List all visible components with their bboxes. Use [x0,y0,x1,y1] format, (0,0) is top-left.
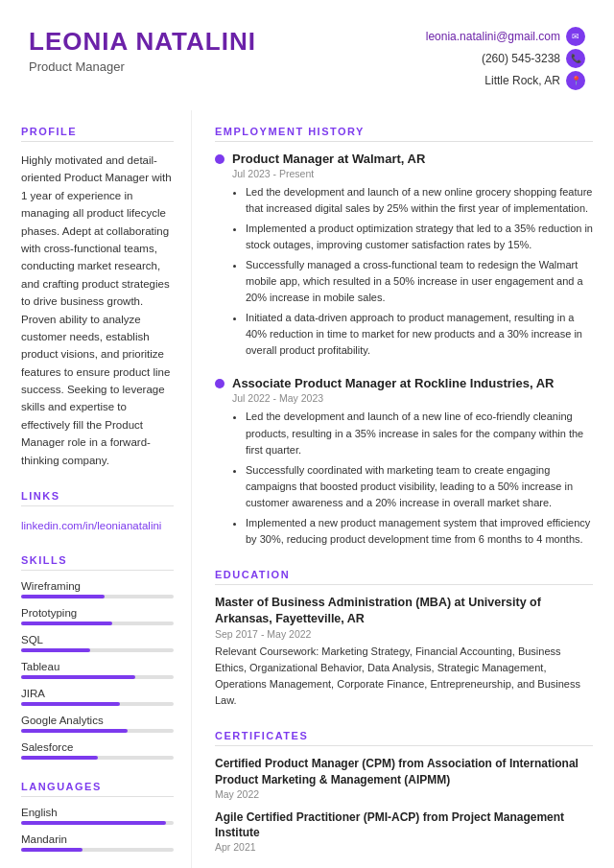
language-bar-fill [21,821,166,825]
skill-item: JIRA [21,688,174,706]
skill-bar-fill [21,675,135,679]
jobs-list: Product Manager at Walmart, AR Jul 2023 … [215,152,593,548]
skill-bar-bg [21,729,174,733]
main-layout: PROFILE Highly motivated and detail-orie… [0,110,614,868]
email-link[interactable]: leonia.natalini@gmail.com [426,30,560,43]
right-column: EMPLOYMENT HISTORY Product Manager at Wa… [192,110,614,868]
profile-section: PROFILE Highly motivated and detail-orie… [21,126,174,469]
links-section-title: LINKS [21,490,174,506]
certificates-list: Certified Product Manager (CPM) from Ass… [215,756,593,853]
skill-bar-bg [21,675,174,679]
languages-list: English Mandarin [21,807,174,852]
education-list: Master of Business Administration (MBA) … [215,595,593,709]
job-header: Associate Product Manager at Rockline In… [215,376,593,390]
left-column: PROFILE Highly motivated and detail-orie… [0,110,192,868]
education-section-title: EDUCATION [215,569,593,585]
job-dot [215,379,224,388]
full-name: LEONIA NATALINI [29,27,256,57]
employment-section-title: EMPLOYMENT HISTORY [215,126,593,142]
skill-name: Google Analytics [21,715,174,726]
job-bullet: Successfully managed a cross-functional … [246,257,593,306]
skill-name: Salesforce [21,741,174,753]
skill-bar-fill [21,595,105,598]
certificate-entry: Agile Certified Practitioner (PMI-ACP) f… [215,809,593,854]
job-bullet: Implemented a product optimization strat… [246,221,593,253]
cert-period: Apr 2021 [215,841,593,853]
phone-row: (260) 545-3238 📞 [426,49,585,68]
links-section: LINKS linkedin.com/in/leonianatalini [21,490,174,533]
skill-name: Prototyping [21,607,174,619]
location-text: Little Rock, AR [484,74,560,87]
skills-section-title: SKILLS [21,554,174,571]
skill-bar-fill [21,729,128,733]
skill-item: Google Analytics [21,715,174,733]
languages-section: LANGUAGES English Mandarin [21,781,174,852]
skill-bar-fill [21,756,98,760]
certificates-section: CERTIFICATES Certified Product Manager (… [215,730,593,853]
job-bullet: Initiated a data-driven approach to prod… [246,310,593,359]
job-bullet: Implemented a new product management sys… [246,515,593,548]
language-bar-bg [21,848,174,852]
resume-container: LEONIA NATALINI Product Manager leonia.n… [0,0,614,868]
edu-title: Master of Business Administration (MBA) … [215,595,593,628]
email-row: leonia.natalini@gmail.com ✉ [426,27,585,46]
skill-item: Salesforce [21,741,174,760]
header: LEONIA NATALINI Product Manager leonia.n… [0,0,614,110]
language-bar-bg [21,821,174,825]
cert-title: Certified Product Manager (CPM) from Ass… [215,756,593,788]
cert-title: Agile Certified Practitioner (PMI-ACP) f… [215,809,593,842]
job-period: Jul 2023 - Present [232,168,593,179]
skills-section: SKILLS Wireframing Prototyping SQL Table… [21,554,174,760]
header-right: leonia.natalini@gmail.com ✉ (260) 545-32… [426,27,585,93]
profile-section-title: PROFILE [21,126,174,142]
languages-section-title: LANGUAGES [21,781,174,797]
location-row: Little Rock, AR 📍 [426,71,585,90]
job-bullet: Led the development and launch of a new … [246,184,593,217]
employment-section: EMPLOYMENT HISTORY Product Manager at Wa… [215,126,593,548]
skill-bar-fill [21,622,112,625]
job-title-text: Associate Product Manager at Rockline In… [232,376,554,390]
skill-item: Wireframing [21,580,174,598]
profile-text: Highly motivated and detail-oriented Pro… [21,152,174,469]
location-icon: 📍 [566,71,585,90]
phone-text: (260) 545-3238 [482,52,560,65]
certificate-entry: Certified Product Manager (CPM) from Ass… [215,756,593,800]
education-entry: Master of Business Administration (MBA) … [215,595,593,709]
language-item: English [21,807,174,825]
language-bar-fill [21,848,83,852]
language-name: Mandarin [21,833,174,845]
skill-name: Tableau [21,661,174,672]
skill-item: Tableau [21,661,174,679]
skill-bar-bg [21,756,174,760]
job-header: Product Manager at Walmart, AR [215,152,593,166]
header-left: LEONIA NATALINI Product Manager [29,27,256,74]
language-name: English [21,807,174,818]
job-title-text: Product Manager at Walmart, AR [232,152,425,166]
skill-item: SQL [21,634,174,652]
education-section: EDUCATION Master of Business Administrat… [215,569,593,709]
job-period: Jul 2022 - May 2023 [232,392,593,404]
skill-bar-fill [21,648,90,652]
job-bullet: Successfully coordinated with marketing … [246,462,593,511]
skill-bar-bg [21,702,174,706]
cert-period: May 2022 [215,788,593,800]
job-title: Product Manager [29,59,256,74]
skill-bar-bg [21,622,174,625]
skill-item: Prototyping [21,607,174,625]
job-bullet: Led the development and launch of a new … [246,409,593,457]
edu-period: Sep 2017 - May 2022 [215,628,593,640]
skills-list: Wireframing Prototyping SQL Tableau JIRA [21,580,174,760]
job-bullets: Led the development and launch of a new … [232,409,593,547]
job-entry: Product Manager at Walmart, AR Jul 2023 … [215,152,593,359]
certificates-section-title: CERTIFICATES [215,730,593,746]
skill-name: Wireframing [21,580,174,592]
phone-icon: 📞 [566,49,585,68]
skill-bar-bg [21,595,174,598]
edu-coursework: Relevant Coursework: Marketing Strategy,… [215,644,593,709]
job-bullets: Led the development and launch of a new … [232,184,593,359]
email-icon: ✉ [566,27,585,46]
job-dot [215,154,224,164]
linkedin-link[interactable]: linkedin.com/in/leonianatalini [21,520,161,531]
skill-bar-bg [21,648,174,652]
skill-name: JIRA [21,688,174,699]
